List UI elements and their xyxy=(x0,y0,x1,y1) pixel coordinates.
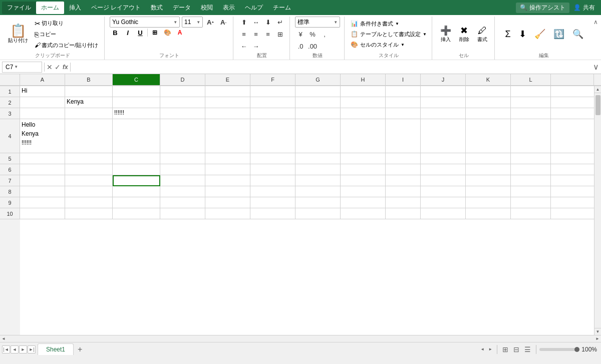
cell-j8[interactable] xyxy=(421,186,466,197)
cell-l6[interactable] xyxy=(511,164,551,175)
clear-button[interactable]: 🧹 xyxy=(531,28,548,41)
fill-color-button[interactable]: 🎨 xyxy=(162,29,173,37)
fx-button[interactable]: fx xyxy=(63,64,68,71)
cell-l9[interactable] xyxy=(511,197,551,208)
cell-e5[interactable] xyxy=(205,153,250,164)
cell-i6[interactable] xyxy=(386,164,421,175)
tab-scroll-left[interactable]: ◄ xyxy=(479,346,486,353)
row-header-6[interactable]: 6 xyxy=(0,164,20,175)
cell-f8[interactable] xyxy=(250,186,295,197)
menu-data[interactable]: データ xyxy=(168,2,196,14)
align-bottom-button[interactable]: ⬇ xyxy=(262,17,273,28)
cell-c7[interactable] xyxy=(113,175,160,186)
bold-button[interactable]: B xyxy=(110,29,121,37)
cell-c10[interactable] xyxy=(113,208,160,219)
cell-g5[interactable] xyxy=(295,153,341,164)
insert-cell-button[interactable]: ➕ 挿入 xyxy=(437,24,454,44)
delete-cell-button[interactable]: ✖ 削除 xyxy=(456,24,472,44)
cell-d2[interactable] xyxy=(160,97,205,108)
cell-i3[interactable] xyxy=(386,108,421,119)
decrease-font-button[interactable]: A- xyxy=(218,17,229,28)
share-button[interactable]: 👤 共有 xyxy=(573,4,595,12)
fill-button[interactable]: ⬇ xyxy=(516,28,529,41)
cell-b10[interactable] xyxy=(65,208,113,219)
table-format-button[interactable]: 📋 テーブルとして書式設定 ▼ xyxy=(350,30,428,39)
col-header-d[interactable]: D xyxy=(160,74,205,85)
cell-l3[interactable] xyxy=(511,108,551,119)
cell-k1[interactable] xyxy=(466,86,511,97)
cell-h1[interactable] xyxy=(341,86,386,97)
cell-i1[interactable] xyxy=(386,86,421,97)
scroll-thumb[interactable] xyxy=(595,95,600,115)
cell-j3[interactable] xyxy=(421,108,466,119)
cell-j5[interactable] xyxy=(421,153,466,164)
cell-a6[interactable] xyxy=(20,164,65,175)
autosum-button[interactable]: Σ xyxy=(502,28,513,41)
underline-button[interactable]: U xyxy=(135,29,146,37)
row-header-8[interactable]: 8 xyxy=(0,186,20,197)
cell-styles-button[interactable]: 🎨 セルのスタイル ▼ xyxy=(350,40,428,50)
cell-c8[interactable] xyxy=(113,186,160,197)
cell-k6[interactable] xyxy=(466,164,511,175)
currency-button[interactable]: ¥ xyxy=(295,29,306,40)
col-header-j[interactable]: J xyxy=(421,74,466,85)
cell-l2[interactable] xyxy=(511,97,551,108)
cell-c5[interactable] xyxy=(113,153,160,164)
percent-button[interactable]: % xyxy=(307,29,318,40)
menu-home[interactable]: ホーム xyxy=(36,2,64,14)
cell-c1[interactable] xyxy=(113,86,160,97)
search-box[interactable]: 🔍 操作アシスト xyxy=(516,3,569,13)
cell-b8[interactable] xyxy=(65,186,113,197)
align-top-button[interactable]: ⬆ xyxy=(238,17,249,28)
cell-d5[interactable] xyxy=(160,153,205,164)
cell-a1[interactable]: Hi xyxy=(20,86,65,97)
cell-a7[interactable] xyxy=(20,175,65,186)
scroll-right-button[interactable]: ► xyxy=(594,335,601,342)
cell-f3[interactable] xyxy=(250,108,295,119)
cell-reference-box[interactable]: C7 ▼ xyxy=(2,62,42,73)
scroll-left-button[interactable]: ◄ xyxy=(0,335,7,342)
sheet-add-button[interactable]: + xyxy=(74,344,86,355)
paste-button[interactable]: 📋 貼り付け xyxy=(5,17,31,52)
col-header-k[interactable]: K xyxy=(466,74,511,85)
cell-f2[interactable] xyxy=(250,97,295,108)
cell-a2[interactable] xyxy=(20,97,65,108)
cell-b5[interactable] xyxy=(65,153,113,164)
cell-g2[interactable] xyxy=(295,97,341,108)
cell-c9[interactable] xyxy=(113,197,160,208)
cell-h2[interactable] xyxy=(341,97,386,108)
cell-e1[interactable] xyxy=(205,86,250,97)
cell-e9[interactable] xyxy=(205,197,250,208)
cell-k3[interactable] xyxy=(466,108,511,119)
cell-g3[interactable] xyxy=(295,108,341,119)
align-right-button[interactable]: ≡ xyxy=(262,29,273,40)
cell-e7[interactable] xyxy=(205,175,250,186)
vertical-scrollbar[interactable]: ▲ ▼ xyxy=(594,86,601,335)
cell-a9[interactable] xyxy=(20,197,65,208)
cell-a8[interactable] xyxy=(20,186,65,197)
col-header-e[interactable]: E xyxy=(205,74,250,85)
formula-expand-icon[interactable]: ∨ xyxy=(593,62,599,72)
cell-b2[interactable]: Kenya xyxy=(65,97,113,108)
increase-font-button[interactable]: A+ xyxy=(205,17,216,28)
sheet-nav-last[interactable]: ►| xyxy=(28,345,36,353)
cell-k4[interactable] xyxy=(466,119,511,153)
cell-h10[interactable] xyxy=(341,208,386,219)
col-header-a[interactable]: A xyxy=(20,74,65,85)
row-header-9[interactable]: 9 xyxy=(0,197,20,208)
decrease-decimal-button[interactable]: .0 xyxy=(295,41,306,52)
comma-button[interactable]: , xyxy=(319,29,330,40)
cell-d7[interactable] xyxy=(160,175,205,186)
cell-i2[interactable] xyxy=(386,97,421,108)
cell-e6[interactable] xyxy=(205,164,250,175)
cell-k9[interactable] xyxy=(466,197,511,208)
page-break-view-button[interactable]: ☰ xyxy=(522,344,533,354)
sheet-tab-sheet1[interactable]: Sheet1 xyxy=(38,343,74,355)
cell-d8[interactable] xyxy=(160,186,205,197)
cell-l1[interactable] xyxy=(511,86,551,97)
menu-view[interactable]: 表示 xyxy=(218,2,240,14)
cell-h3[interactable] xyxy=(341,108,386,119)
cell-i9[interactable] xyxy=(386,197,421,208)
cell-d3[interactable] xyxy=(160,108,205,119)
cut-button[interactable]: ✂ 切り取り xyxy=(33,19,100,29)
